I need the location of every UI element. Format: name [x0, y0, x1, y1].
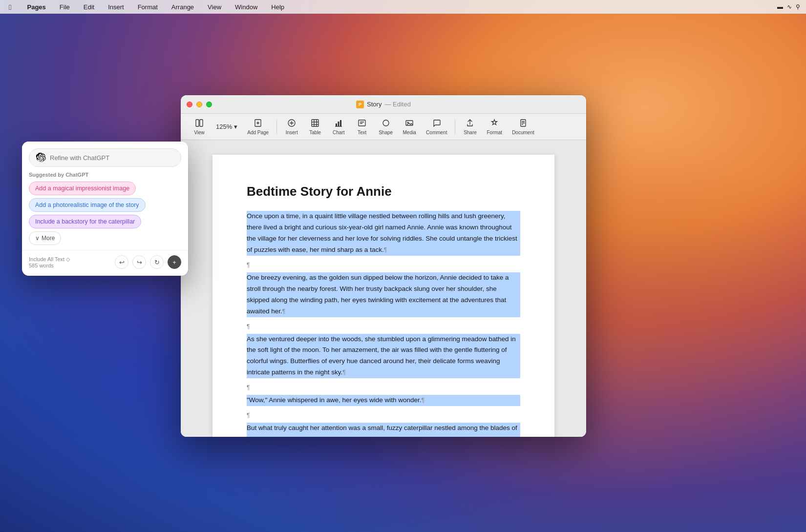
format-icon: [490, 119, 499, 129]
suggestion-chips: Add a magical impressionist image Add a …: [29, 182, 181, 245]
menubar-app-name[interactable]: Pages: [24, 2, 48, 12]
suggestion-chip-2[interactable]: Add a photorealistic image of the story: [29, 198, 146, 212]
include-all-text[interactable]: Include All Text ◇ 585 words: [29, 256, 70, 268]
table-icon: [311, 119, 319, 129]
toolbar: View 125% ▾ Add Page Insert Table: [181, 114, 586, 140]
toolbar-sep-2: [455, 120, 455, 134]
toolbar-view[interactable]: View: [189, 117, 210, 137]
view-icon: [195, 119, 204, 129]
toolbar-shape-label: Shape: [379, 130, 393, 135]
toolbar-text[interactable]: Text: [351, 117, 373, 137]
menubar:  Pages File Edit Insert Format Arrange …: [0, 0, 806, 14]
svg-rect-13: [336, 123, 337, 126]
toolbar-addpage-label: Add Page: [247, 130, 269, 135]
para-mark-4: ¶: [247, 412, 520, 419]
toolbar-sep-1: [276, 120, 277, 134]
shape-icon: [382, 119, 390, 129]
paragraph-4: "Wow," Annie whispered in awe, her eyes …: [247, 395, 520, 406]
menubar-help[interactable]: Help: [268, 2, 287, 12]
svg-rect-17: [359, 120, 365, 126]
refine-input-field[interactable]: [50, 154, 174, 162]
pilcrow-1: ¶: [384, 246, 387, 253]
toolbar-document[interactable]: Document: [508, 117, 538, 137]
battery-icon: ▬: [777, 3, 783, 10]
menubar-insert[interactable]: Insert: [105, 2, 127, 12]
send-button[interactable]: +: [168, 255, 181, 269]
toolbar-table-label: Table: [309, 130, 321, 135]
paragraph-2: One breezy evening, as the golden sun di…: [247, 272, 520, 317]
document-icon: P: [356, 101, 364, 108]
titlebar: P Story — Edited: [181, 95, 586, 114]
suggestion-chip-3[interactable]: Include a backstory for the caterpillar: [29, 215, 141, 228]
more-button[interactable]: ∨ More: [29, 231, 61, 245]
edited-label: — Edited: [384, 101, 410, 108]
svg-rect-20: [383, 120, 389, 126]
toolbar-addpage[interactable]: Add Page: [243, 117, 273, 137]
toolbar-view-label: View: [194, 130, 205, 135]
paragraph-5-text: But what truly caught her attention was …: [247, 424, 517, 437]
toolbar-shape[interactable]: Shape: [375, 117, 397, 137]
pilcrow-3: ¶: [342, 369, 345, 376]
chatgpt-logo-icon: [36, 153, 46, 163]
svg-rect-0: [196, 120, 199, 126]
chatgpt-panel: Suggested by ChatGPT Add a magical impre…: [22, 142, 188, 276]
suggestions-section: Suggested by ChatGPT Add a magical impre…: [22, 172, 188, 250]
apple-menu[interactable]: : [6, 2, 14, 12]
toolbar-share[interactable]: Share: [459, 117, 481, 137]
search-icon[interactable]: ⚲: [796, 3, 800, 10]
traffic-lights: [187, 102, 212, 107]
word-count: 585 words: [29, 263, 70, 268]
paragraph-1: Once upon a time, in a quaint little vil…: [247, 211, 520, 256]
addpage-icon: [254, 119, 262, 129]
minimize-button[interactable]: [196, 102, 202, 107]
text-icon: [358, 119, 366, 129]
toolbar-media[interactable]: Media: [399, 117, 420, 137]
menubar-view[interactable]: View: [205, 2, 224, 12]
toolbar-format[interactable]: Format: [483, 117, 506, 137]
document-title: Story: [367, 101, 382, 108]
toolbar-chart[interactable]: Chart: [328, 117, 349, 137]
paragraph-4-text: "Wow," Annie whispered in awe, her eyes …: [247, 396, 422, 404]
more-label: More: [42, 235, 55, 242]
include-label: Include All Text ◇: [29, 256, 70, 263]
paragraph-3-text: As she ventured deeper into the woods, s…: [247, 335, 516, 376]
document-title-text: Bedtime Story for Annie: [247, 184, 520, 199]
document-area: Bedtime Story for Annie Once upon a time…: [181, 140, 586, 437]
suggestion-chip-1[interactable]: Add a magical impressionist image: [29, 182, 136, 195]
document-toolbar-icon: [519, 119, 528, 129]
toolbar-comment[interactable]: Comment: [422, 117, 451, 137]
menubar-edit[interactable]: Edit: [81, 2, 97, 12]
redo-button[interactable]: ↪: [132, 255, 146, 269]
menubar-format[interactable]: Format: [135, 2, 161, 12]
para-mark-2: ¶: [247, 323, 520, 330]
toolbar-comment-label: Comment: [426, 130, 447, 135]
zoom-control[interactable]: 125% ▾: [212, 121, 241, 132]
toolbar-media-label: Media: [403, 130, 416, 135]
menubar-window[interactable]: Window: [232, 2, 260, 12]
toolbar-insert[interactable]: Insert: [281, 117, 302, 137]
undo-button[interactable]: ↩: [115, 255, 128, 269]
include-text-wrap: Include All Text ◇ 585 words: [29, 256, 70, 268]
toolbar-table[interactable]: Table: [304, 117, 326, 137]
close-button[interactable]: [187, 102, 192, 107]
pilcrow-4: ¶: [422, 397, 424, 404]
svg-rect-14: [338, 122, 339, 126]
more-chevron: ∨: [35, 235, 40, 242]
maximize-button[interactable]: [206, 102, 212, 107]
refresh-button[interactable]: ↻: [150, 255, 164, 269]
menubar-file[interactable]: File: [57, 2, 73, 12]
document-page: Bedtime Story for Annie Once upon a time…: [212, 155, 554, 437]
paragraph-1-text: Once upon a time, in a quaint little vil…: [247, 212, 517, 253]
menubar-arrange[interactable]: Arrange: [169, 2, 197, 12]
chart-icon: [334, 119, 343, 129]
panel-bottom: Include All Text ◇ 585 words ↩ ↪ ↻ +: [22, 250, 188, 276]
svg-rect-1: [200, 120, 203, 126]
window-title: P Story — Edited: [356, 101, 411, 108]
wifi-icon: ∿: [787, 3, 792, 10]
menubar-status: ▬ ∿ ⚲: [777, 3, 800, 10]
toolbar-text-label: Text: [358, 130, 366, 135]
toolbar-chart-label: Chart: [333, 130, 344, 135]
refine-input-inner[interactable]: [29, 148, 181, 167]
pages-window: P Story — Edited View 125% ▾ Add Page: [181, 95, 586, 437]
media-icon: [405, 119, 414, 129]
